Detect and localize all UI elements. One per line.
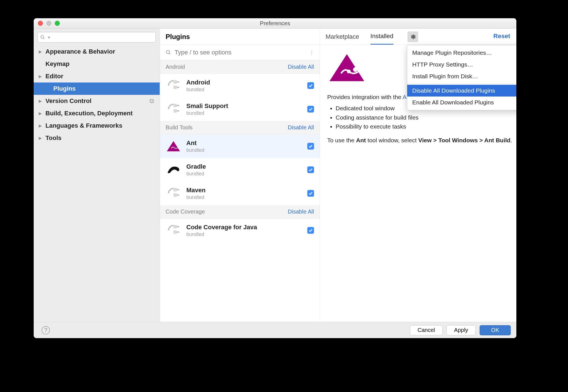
detail-bullet: Possibility to execute tasks [336, 122, 516, 131]
plugins-tabs: Marketplace Installed Reset [320, 29, 516, 45]
sidebar-item-plugins[interactable]: Plugins [34, 82, 160, 95]
plugin-enabled-checkbox[interactable] [307, 166, 314, 173]
sidebar-item-version-control[interactable]: ▸Version Control⧉ [34, 95, 160, 107]
plugin-row[interactable]: Smali Supportbundled [160, 97, 320, 121]
svg-rect-4 [173, 80, 177, 84]
svg-rect-5 [173, 86, 177, 89]
sidebar-item-label: Build, Execution, Deployment [45, 110, 132, 117]
sidebar-item-label: Editor [45, 73, 63, 80]
svg-marker-12 [167, 141, 180, 151]
tab-installed[interactable]: Installed [370, 29, 393, 45]
svg-rect-14 [173, 193, 177, 197]
gear-button[interactable] [407, 31, 418, 42]
expand-arrow-icon: ▸ [39, 110, 43, 117]
preferences-window: Preferences ▾ ▸Appearance & BehaviorKeym… [34, 18, 516, 338]
sidebar-search[interactable]: ▾ [38, 32, 156, 43]
detail-bullet: Coding assistance for build files [336, 113, 516, 122]
cancel-button[interactable]: Cancel [410, 325, 443, 335]
disable-all-link[interactable]: Disable All [288, 124, 314, 131]
generic-icon [166, 78, 181, 93]
search-history-icon[interactable]: ▾ [48, 35, 50, 40]
group-name: Android [166, 64, 185, 70]
search-icon [166, 50, 171, 55]
plugin-subtitle: bundled [186, 147, 302, 153]
plugin-row[interactable]: Gradlebundled [160, 158, 320, 182]
reset-link[interactable]: Reset [493, 33, 510, 40]
plugin-enabled-checkbox[interactable] [307, 82, 314, 89]
plugin-subtitle: bundled [186, 194, 302, 200]
plugins-search-input[interactable] [175, 49, 306, 56]
svg-rect-17 [173, 225, 177, 228]
plugin-subtitle: bundled [186, 110, 302, 116]
ok-button[interactable]: OK [480, 325, 511, 335]
apply-button[interactable]: Apply [446, 325, 476, 335]
plugin-row[interactable]: Code Coverage for Javabundled [160, 219, 320, 242]
more-options-icon[interactable]: ⋮ [310, 50, 314, 55]
plugin-subtitle: bundled [186, 231, 302, 237]
sidebar-item-label: Appearance & Behavior [45, 48, 115, 55]
sidebar-item-label: Version Control [45, 97, 91, 105]
plugin-row[interactable]: Antbundled [160, 134, 320, 158]
svg-line-3 [169, 53, 170, 54]
expand-arrow-icon: ▸ [39, 73, 43, 80]
plugin-name: Gradle [186, 163, 302, 170]
main: Plugins ⋮ AndroidDisable AllAndroidbundl… [160, 29, 516, 322]
plugin-text: Code Coverage for Javabundled [186, 224, 302, 237]
group-name: Code Coverage [166, 208, 205, 215]
svg-point-0 [41, 35, 44, 38]
plugin-enabled-checkbox[interactable] [307, 190, 314, 197]
help-button[interactable]: ? [42, 326, 50, 334]
gear-menu-item[interactable]: Manage Plugin Repositories… [407, 47, 516, 59]
sidebar-item-editor[interactable]: ▸Editor [34, 70, 160, 82]
plugin-group-header: Code CoverageDisable All [160, 205, 320, 219]
window-title: Preferences [34, 20, 516, 27]
tab-marketplace[interactable]: Marketplace [326, 29, 359, 45]
plugin-group-header: AndroidDisable All [160, 60, 320, 74]
sidebar-item-languages-frameworks[interactable]: ▸Languages & Frameworks [34, 120, 160, 132]
plugin-row[interactable]: Mavenbundled [160, 182, 320, 205]
plugin-enabled-checkbox[interactable] [307, 106, 314, 113]
gear-icon [410, 34, 416, 40]
svg-line-1 [43, 38, 44, 39]
disable-all-link[interactable]: Disable All [288, 208, 314, 215]
sidebar-item-appearance-behavior[interactable]: ▸Appearance & Behavior [34, 45, 160, 58]
content: ▾ ▸Appearance & BehaviorKeymap▸EditorPlu… [34, 29, 516, 322]
sidebar-search-input[interactable] [52, 35, 153, 40]
plugins-column: Plugins ⋮ AndroidDisable AllAndroidbundl… [160, 29, 320, 322]
titlebar: Preferences [34, 18, 516, 29]
plugin-enabled-checkbox[interactable] [307, 143, 314, 150]
svg-rect-18 [173, 230, 177, 234]
plugin-name: Android [186, 79, 302, 86]
sidebar: ▾ ▸Appearance & BehaviorKeymap▸EditorPlu… [34, 29, 160, 322]
disable-all-link[interactable]: Disable All [288, 64, 314, 70]
ant-icon [166, 138, 181, 154]
sidebar-item-label: Plugins [53, 85, 75, 92]
menu-separator [407, 83, 516, 84]
plugin-text: Antbundled [186, 139, 302, 153]
svg-rect-8 [173, 104, 177, 107]
sidebar-item-build-execution-deployment[interactable]: ▸Build, Execution, Deployment [34, 107, 160, 120]
generic-icon [166, 185, 181, 201]
plugin-row[interactable]: Androidbundled [160, 74, 320, 97]
gear-menu-item[interactable]: Install Plugin from Disk… [407, 70, 516, 82]
sidebar-item-tools[interactable]: ▸Tools [34, 132, 160, 144]
search-icon [40, 35, 45, 40]
expand-arrow-icon: ▸ [39, 122, 43, 129]
svg-point-22 [353, 67, 358, 72]
plugin-enabled-checkbox[interactable] [307, 227, 314, 234]
svg-point-2 [166, 51, 170, 54]
gear-menu-item[interactable]: Enable All Downloaded Plugins [407, 97, 516, 108]
details-column: Marketplace Installed Reset le [320, 29, 516, 322]
plugin-name: Smali Support [186, 102, 302, 110]
svg-rect-9 [173, 109, 177, 113]
gear-menu-item[interactable]: HTTP Proxy Settings… [407, 59, 516, 70]
sidebar-item-keymap[interactable]: Keymap [34, 58, 160, 70]
copy-settings-icon: ⧉ [150, 97, 154, 105]
svg-rect-13 [173, 188, 177, 191]
sidebar-tree: ▸Appearance & BehaviorKeymap▸EditorPlugi… [34, 45, 160, 144]
svg-marker-21 [329, 54, 364, 81]
dialog-footer: ? Cancel Apply OK [34, 322, 516, 338]
gear-menu-item[interactable]: Disable All Downloaded Plugins [407, 85, 516, 97]
plugin-text: Smali Supportbundled [186, 102, 302, 116]
sidebar-item-label: Keymap [45, 60, 70, 68]
